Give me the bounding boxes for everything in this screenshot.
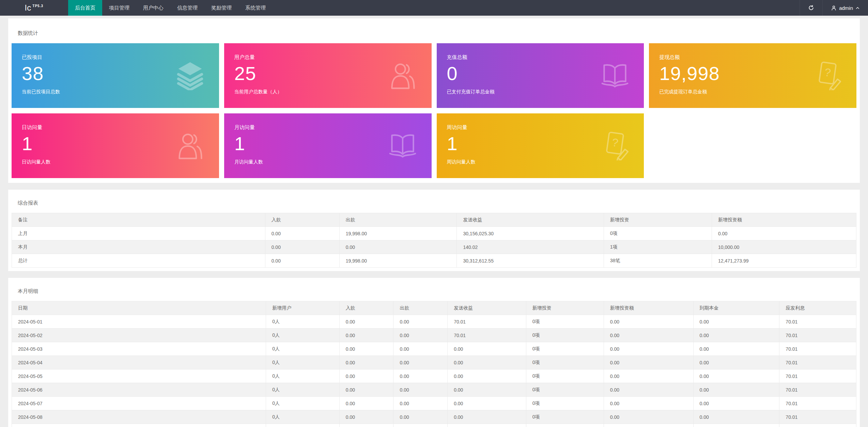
table-cell: 0.00 bbox=[393, 383, 448, 397]
stat-card: 周访问量 1 周访问量人数 ? bbox=[437, 113, 644, 178]
nav-item-info[interactable]: 信息管理 bbox=[170, 0, 204, 16]
table-cell: 0.00 bbox=[265, 254, 339, 268]
nav-item-dashboard[interactable]: 后台首页 bbox=[68, 0, 102, 16]
card-title: 日访问量 bbox=[22, 124, 209, 131]
table-header-row: 备注入款出款发送收益新增投资新增投资额 bbox=[12, 213, 856, 227]
table-cell: 0.00 bbox=[448, 342, 526, 356]
table-cell: 2024-05-04 bbox=[12, 356, 266, 369]
column-header: 发送收益 bbox=[457, 213, 604, 227]
summary-panel-title: 综合报表 bbox=[12, 193, 856, 213]
summary-table: 备注入款出款发送收益新增投资新增投资额 上月0.0019,998.0030,15… bbox=[12, 213, 856, 268]
table-cell: 本月 bbox=[12, 240, 265, 254]
table-cell: 0人 bbox=[266, 424, 340, 427]
nav-item-projects[interactable]: 项目管理 bbox=[102, 0, 136, 16]
table-cell: 70.01 bbox=[779, 342, 856, 356]
table-cell: 0.00 bbox=[448, 369, 526, 383]
svg-text:?: ? bbox=[824, 66, 832, 79]
refresh-button[interactable] bbox=[800, 0, 822, 16]
table-cell: 2024-05-03 bbox=[12, 342, 266, 356]
table-cell: 0项 bbox=[526, 397, 604, 410]
detail-panel-title: 本月明细 bbox=[12, 281, 856, 301]
table-cell: 0人 bbox=[266, 410, 340, 424]
table-cell: 0项 bbox=[526, 329, 604, 342]
doc-question-icon: ? bbox=[600, 131, 630, 160]
summary-panel: 综合报表 备注入款出款发送收益新增投资新增投资额 上月0.0019,998.00… bbox=[8, 190, 860, 271]
table-cell: 70.01 bbox=[448, 329, 526, 342]
table-cell: 2024-05-07 bbox=[12, 397, 266, 410]
table-cell: 0人 bbox=[266, 342, 340, 356]
table-cell: 0.00 bbox=[693, 369, 779, 383]
nav-item-system[interactable]: 系统管理 bbox=[238, 0, 273, 16]
table-cell: 0.00 bbox=[393, 410, 448, 424]
column-header: 应发利息 bbox=[779, 301, 856, 315]
table-cell: 2024-05-08 bbox=[12, 410, 266, 424]
stat-card: 提现总额 19,998 已完成提现订单总金额 ? bbox=[649, 43, 856, 108]
stat-card: 用户总量 25 当前用户总数量（人） bbox=[224, 43, 432, 108]
table-cell: 0.00 bbox=[339, 424, 393, 427]
table-cell: 0.00 bbox=[604, 369, 693, 383]
nav-item-rewards[interactable]: 奖励管理 bbox=[204, 0, 238, 16]
table-row: 2024-05-060人0.000.000.000项0.000.0070.01 bbox=[12, 383, 856, 397]
table-row: 总计0.0019,998.0030,312,612.5538笔12,471,27… bbox=[12, 254, 856, 268]
table-cell: 上月 bbox=[12, 227, 265, 240]
table-cell: 12,471,273.99 bbox=[712, 254, 856, 268]
table-cell: 0项 bbox=[526, 410, 604, 424]
table-cell: 0.00 bbox=[448, 397, 526, 410]
table-row: 2024-05-050人0.000.000.000项0.000.0070.01 bbox=[12, 369, 856, 383]
table-cell: 0.00 bbox=[712, 227, 856, 240]
table-header-row: 日期新增用户入款出款发送收益新增投资新增投资额到期本金应发利息 bbox=[12, 301, 856, 315]
nav-item-users[interactable]: 用户中心 bbox=[136, 0, 170, 16]
column-header: 新增投资 bbox=[526, 301, 604, 315]
stats-panel: 数据统计 已投项目 38 当前已投项目总数 用户总量 25 当前用户总数量（人）… bbox=[8, 18, 860, 183]
table-cell: 0.00 bbox=[448, 356, 526, 369]
card-title: 周访问量 bbox=[447, 124, 634, 131]
table-cell: 0.00 bbox=[604, 329, 693, 342]
table-cell: 2024-05-01 bbox=[12, 315, 266, 329]
table-row: 本月0.000.00140.021项10,000.00 bbox=[12, 240, 856, 254]
table-cell: 0.00 bbox=[393, 315, 448, 329]
column-header: 新增投资额 bbox=[604, 301, 693, 315]
table-cell: 0.00 bbox=[339, 383, 393, 397]
column-header: 入款 bbox=[265, 213, 339, 227]
top-navbar: lc TP5.3 后台首页 项目管理 用户中心 信息管理 奖励管理 系统管理 a… bbox=[0, 0, 868, 16]
table-cell: 70.01 bbox=[448, 315, 526, 329]
table-cell: 0项 bbox=[526, 342, 604, 356]
detail-table: 日期新增用户入款出款发送收益新增投资新增投资额到期本金应发利息 2024-05-… bbox=[12, 301, 856, 427]
table-row: 2024-05-010人0.000.0070.010项0.000.0070.01 bbox=[12, 315, 856, 329]
table-cell: 30,156,025.30 bbox=[457, 227, 604, 240]
card-title: 已投项目 bbox=[22, 54, 209, 61]
doc-question-icon: ? bbox=[813, 61, 842, 90]
logo[interactable]: lc TP5.3 bbox=[0, 0, 68, 16]
detail-panel: 本月明细 日期新增用户入款出款发送收益新增投资新增投资额到期本金应发利息 202… bbox=[8, 278, 860, 427]
table-cell: 0项 bbox=[526, 369, 604, 383]
column-header: 新增投资额 bbox=[712, 213, 856, 227]
user-icon bbox=[831, 5, 837, 11]
logo-text: lc bbox=[25, 3, 31, 13]
table-row: 2024-05-080人0.000.000.000项0.000.0070.01 bbox=[12, 410, 856, 424]
book-icon bbox=[388, 131, 417, 160]
column-header: 新增投资 bbox=[604, 213, 712, 227]
column-header: 入款 bbox=[339, 301, 393, 315]
users-icon bbox=[388, 61, 417, 90]
table-cell: 10,000.00 bbox=[712, 240, 856, 254]
table-cell: 0.00 bbox=[393, 329, 448, 342]
user-menu[interactable]: admin bbox=[822, 0, 868, 16]
stat-card: 已投项目 38 当前已投项目总数 bbox=[12, 43, 219, 108]
stat-card: 日访问量 1 日访问量人数 bbox=[12, 113, 219, 178]
table-cell: 0.00 bbox=[339, 342, 393, 356]
table-row: 上月0.0019,998.0030,156,025.300项0.00 bbox=[12, 227, 856, 240]
table-cell: 0.00 bbox=[393, 397, 448, 410]
table-cell: 0人 bbox=[266, 329, 340, 342]
table-cell: 140.02 bbox=[457, 240, 604, 254]
table-cell: 70.01 bbox=[779, 424, 856, 427]
table-cell: 1项 bbox=[526, 424, 604, 427]
table-cell: 70.01 bbox=[779, 329, 856, 342]
refresh-icon bbox=[808, 5, 814, 11]
table-cell: 0.00 bbox=[693, 342, 779, 356]
table-cell: 2024-05-06 bbox=[12, 383, 266, 397]
table-cell: 70.01 bbox=[779, 315, 856, 329]
table-cell: 0.00 bbox=[693, 356, 779, 369]
column-header: 日期 bbox=[12, 301, 266, 315]
table-cell: 0.00 bbox=[604, 410, 693, 424]
table-cell: 2024-05-02 bbox=[12, 329, 266, 342]
